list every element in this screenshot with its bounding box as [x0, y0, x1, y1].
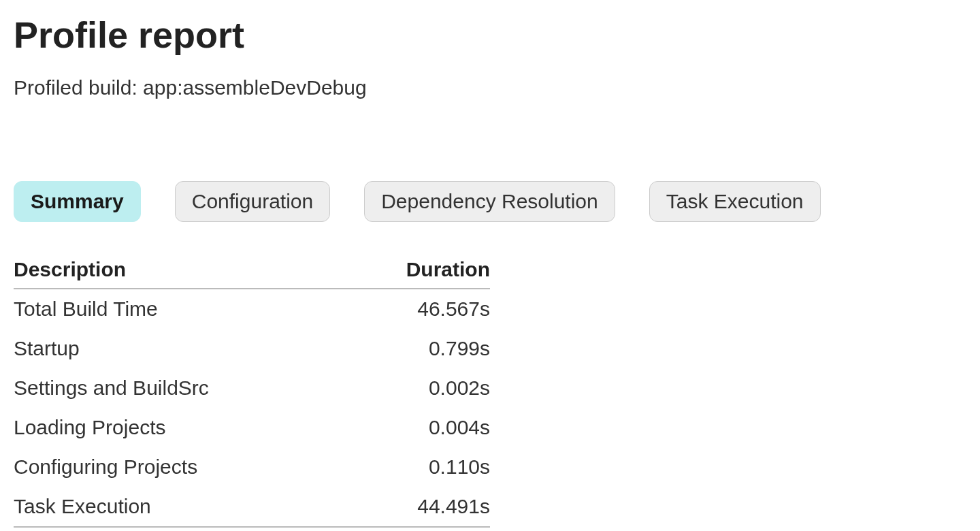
table-row: Task Execution 44.491s [14, 487, 490, 527]
row-description: Startup [14, 329, 347, 368]
row-duration: 0.002s [347, 368, 490, 408]
row-description: Configuring Projects [14, 447, 347, 487]
tabs-container: Summary Configuration Dependency Resolut… [14, 181, 966, 222]
page-title: Profile report [14, 14, 966, 56]
table-row: Loading Projects 0.004s [14, 408, 490, 447]
row-description: Task Execution [14, 487, 347, 527]
header-description: Description [14, 253, 347, 289]
header-duration: Duration [347, 253, 490, 289]
row-duration: 44.491s [347, 487, 490, 527]
table-row: Total Build Time 46.567s [14, 289, 490, 329]
table-row: Settings and BuildSrc 0.002s [14, 368, 490, 408]
table-row: Startup 0.799s [14, 329, 490, 368]
row-description: Loading Projects [14, 408, 347, 447]
profiled-build-subtitle: Profiled build: app:assembleDevDebug [14, 76, 966, 99]
row-description: Settings and BuildSrc [14, 368, 347, 408]
table-row: Configuring Projects 0.110s [14, 447, 490, 487]
row-duration: 0.110s [347, 447, 490, 487]
row-duration: 0.799s [347, 329, 490, 368]
row-duration: 46.567s [347, 289, 490, 329]
table-header-row: Description Duration [14, 253, 490, 289]
tab-dependency-resolution[interactable]: Dependency Resolution [364, 181, 615, 222]
tab-configuration[interactable]: Configuration [175, 181, 330, 222]
row-description: Total Build Time [14, 289, 347, 329]
tab-summary[interactable]: Summary [14, 181, 141, 222]
tab-task-execution[interactable]: Task Execution [649, 181, 821, 222]
summary-table: Description Duration Total Build Time 46… [14, 253, 490, 528]
row-duration: 0.004s [347, 408, 490, 447]
